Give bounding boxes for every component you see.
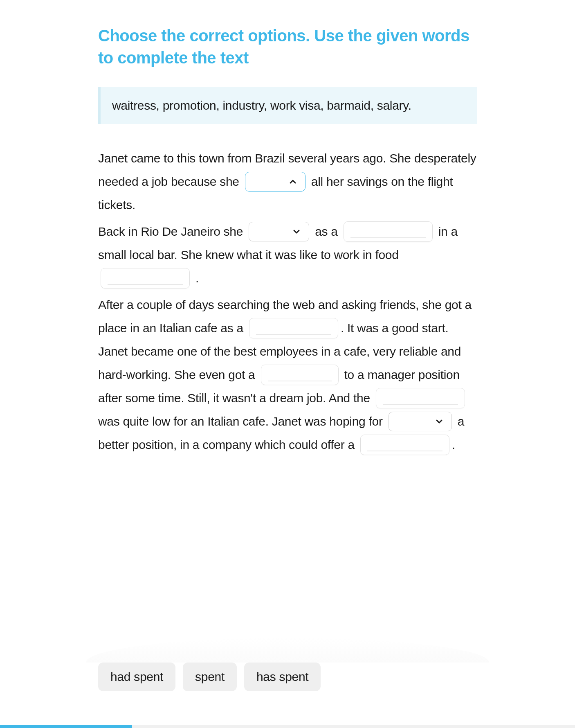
exercise-text: Janet came to this town from Brazil seve… — [98, 147, 477, 456]
text-segment: . — [192, 271, 199, 285]
input-barmaid[interactable] — [344, 221, 433, 242]
input-waitress[interactable] — [249, 318, 338, 338]
answer-options-panel: had spent spent has spent — [98, 663, 477, 691]
exercise-title: Choose the correct options. Use the give… — [98, 25, 477, 69]
word-bank-text: waitress, promotion, industry, work visa… — [112, 99, 411, 112]
dropdown-1[interactable] — [245, 172, 305, 192]
dropdown-2[interactable] — [249, 222, 309, 241]
input-industry[interactable] — [101, 268, 190, 288]
text-segment: . — [452, 438, 455, 451]
chevron-down-icon — [434, 417, 444, 426]
progress-bar — [0, 725, 575, 728]
input-promotion[interactable] — [261, 365, 339, 385]
input-salary[interactable] — [376, 388, 465, 408]
progress-fill — [0, 725, 132, 728]
answer-option-2[interactable]: spent — [183, 663, 237, 691]
answer-option-3[interactable]: has spent — [244, 663, 321, 691]
text-segment: as a — [312, 225, 341, 238]
word-bank: waitress, promotion, industry, work visa… — [98, 87, 477, 124]
answer-option-1[interactable]: had spent — [98, 663, 175, 691]
chevron-up-icon — [288, 177, 298, 187]
chevron-down-icon — [292, 227, 301, 237]
text-segment: was quite low for an Italian cafe. Janet… — [98, 415, 386, 428]
dropdown-3[interactable] — [389, 412, 452, 431]
input-work-visa[interactable] — [360, 435, 449, 455]
text-segment: Back in Rio De Janeiro she — [98, 225, 246, 238]
